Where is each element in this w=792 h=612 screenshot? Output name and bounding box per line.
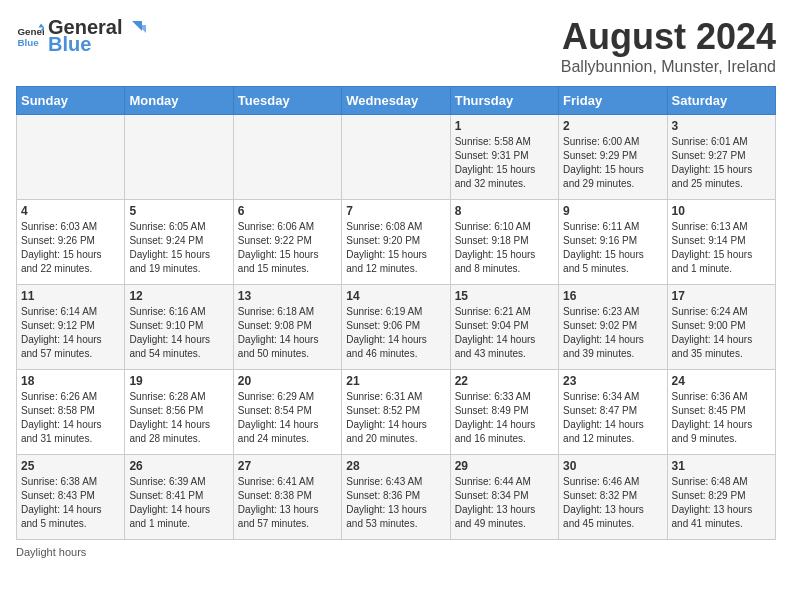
calendar-cell: 21Sunrise: 6:31 AMSunset: 8:52 PMDayligh… [342, 370, 450, 455]
calendar-cell: 5Sunrise: 6:05 AMSunset: 9:24 PMDaylight… [125, 200, 233, 285]
column-header-friday: Friday [559, 87, 667, 115]
calendar-cell: 8Sunrise: 6:10 AMSunset: 9:18 PMDaylight… [450, 200, 558, 285]
day-number: 6 [238, 204, 337, 218]
day-info: Sunrise: 6:06 AMSunset: 9:22 PMDaylight:… [238, 220, 337, 276]
calendar-cell: 12Sunrise: 6:16 AMSunset: 9:10 PMDayligh… [125, 285, 233, 370]
calendar-cell: 13Sunrise: 6:18 AMSunset: 9:08 PMDayligh… [233, 285, 341, 370]
day-number: 1 [455, 119, 554, 133]
calendar-header-row: SundayMondayTuesdayWednesdayThursdayFrid… [17, 87, 776, 115]
calendar-cell: 11Sunrise: 6:14 AMSunset: 9:12 PMDayligh… [17, 285, 125, 370]
day-info: Sunrise: 6:18 AMSunset: 9:08 PMDaylight:… [238, 305, 337, 361]
day-number: 24 [672, 374, 771, 388]
calendar-cell: 18Sunrise: 6:26 AMSunset: 8:58 PMDayligh… [17, 370, 125, 455]
day-number: 26 [129, 459, 228, 473]
calendar-cell: 1Sunrise: 5:58 AMSunset: 9:31 PMDaylight… [450, 115, 558, 200]
day-number: 9 [563, 204, 662, 218]
calendar-cell [125, 115, 233, 200]
day-number: 17 [672, 289, 771, 303]
calendar-cell: 6Sunrise: 6:06 AMSunset: 9:22 PMDaylight… [233, 200, 341, 285]
day-number: 2 [563, 119, 662, 133]
calendar-cell: 27Sunrise: 6:41 AMSunset: 8:38 PMDayligh… [233, 455, 341, 540]
day-number: 16 [563, 289, 662, 303]
day-number: 20 [238, 374, 337, 388]
column-header-tuesday: Tuesday [233, 87, 341, 115]
day-number: 7 [346, 204, 445, 218]
calendar-cell: 14Sunrise: 6:19 AMSunset: 9:06 PMDayligh… [342, 285, 450, 370]
calendar-cell [17, 115, 125, 200]
calendar-cell: 7Sunrise: 6:08 AMSunset: 9:20 PMDaylight… [342, 200, 450, 285]
day-info: Sunrise: 6:05 AMSunset: 9:24 PMDaylight:… [129, 220, 228, 276]
day-number: 23 [563, 374, 662, 388]
day-number: 21 [346, 374, 445, 388]
calendar-cell: 25Sunrise: 6:38 AMSunset: 8:43 PMDayligh… [17, 455, 125, 540]
day-number: 13 [238, 289, 337, 303]
day-info: Sunrise: 6:23 AMSunset: 9:02 PMDaylight:… [563, 305, 662, 361]
calendar-cell: 9Sunrise: 6:11 AMSunset: 9:16 PMDaylight… [559, 200, 667, 285]
day-info: Sunrise: 6:13 AMSunset: 9:14 PMDaylight:… [672, 220, 771, 276]
day-number: 12 [129, 289, 228, 303]
day-info: Sunrise: 6:01 AMSunset: 9:27 PMDaylight:… [672, 135, 771, 191]
day-info: Sunrise: 6:19 AMSunset: 9:06 PMDaylight:… [346, 305, 445, 361]
calendar-week-row: 11Sunrise: 6:14 AMSunset: 9:12 PMDayligh… [17, 285, 776, 370]
day-number: 18 [21, 374, 120, 388]
calendar-cell: 24Sunrise: 6:36 AMSunset: 8:45 PMDayligh… [667, 370, 775, 455]
column-header-saturday: Saturday [667, 87, 775, 115]
calendar-cell: 10Sunrise: 6:13 AMSunset: 9:14 PMDayligh… [667, 200, 775, 285]
day-info: Sunrise: 6:34 AMSunset: 8:47 PMDaylight:… [563, 390, 662, 446]
column-header-monday: Monday [125, 87, 233, 115]
calendar-cell: 4Sunrise: 6:03 AMSunset: 9:26 PMDaylight… [17, 200, 125, 285]
calendar-cell [342, 115, 450, 200]
day-info: Sunrise: 6:08 AMSunset: 9:20 PMDaylight:… [346, 220, 445, 276]
day-info: Sunrise: 6:46 AMSunset: 8:32 PMDaylight:… [563, 475, 662, 531]
day-info: Sunrise: 6:41 AMSunset: 8:38 PMDaylight:… [238, 475, 337, 531]
calendar-cell [233, 115, 341, 200]
calendar-cell: 20Sunrise: 6:29 AMSunset: 8:54 PMDayligh… [233, 370, 341, 455]
day-info: Sunrise: 6:43 AMSunset: 8:36 PMDaylight:… [346, 475, 445, 531]
day-info: Sunrise: 6:00 AMSunset: 9:29 PMDaylight:… [563, 135, 662, 191]
day-info: Sunrise: 5:58 AMSunset: 9:31 PMDaylight:… [455, 135, 554, 191]
day-info: Sunrise: 6:33 AMSunset: 8:49 PMDaylight:… [455, 390, 554, 446]
calendar-cell: 2Sunrise: 6:00 AMSunset: 9:29 PMDaylight… [559, 115, 667, 200]
footer-note: Daylight hours [16, 546, 776, 558]
calendar-week-row: 18Sunrise: 6:26 AMSunset: 8:58 PMDayligh… [17, 370, 776, 455]
day-info: Sunrise: 6:24 AMSunset: 9:00 PMDaylight:… [672, 305, 771, 361]
calendar-cell: 19Sunrise: 6:28 AMSunset: 8:56 PMDayligh… [125, 370, 233, 455]
page-header: General Blue General Blue August 2024 Ba… [16, 16, 776, 76]
day-number: 19 [129, 374, 228, 388]
day-info: Sunrise: 6:10 AMSunset: 9:18 PMDaylight:… [455, 220, 554, 276]
logo-arrow-icon [124, 17, 146, 39]
day-number: 5 [129, 204, 228, 218]
calendar-cell: 31Sunrise: 6:48 AMSunset: 8:29 PMDayligh… [667, 455, 775, 540]
calendar-week-row: 4Sunrise: 6:03 AMSunset: 9:26 PMDaylight… [17, 200, 776, 285]
day-info: Sunrise: 6:31 AMSunset: 8:52 PMDaylight:… [346, 390, 445, 446]
calendar-week-row: 1Sunrise: 5:58 AMSunset: 9:31 PMDaylight… [17, 115, 776, 200]
page-subtitle: Ballybunnion, Munster, Ireland [561, 58, 776, 76]
day-info: Sunrise: 6:14 AMSunset: 9:12 PMDaylight:… [21, 305, 120, 361]
day-number: 10 [672, 204, 771, 218]
day-info: Sunrise: 6:28 AMSunset: 8:56 PMDaylight:… [129, 390, 228, 446]
logo-icon: General Blue [16, 22, 44, 50]
day-info: Sunrise: 6:38 AMSunset: 8:43 PMDaylight:… [21, 475, 120, 531]
day-number: 29 [455, 459, 554, 473]
day-info: Sunrise: 6:36 AMSunset: 8:45 PMDaylight:… [672, 390, 771, 446]
day-info: Sunrise: 6:21 AMSunset: 9:04 PMDaylight:… [455, 305, 554, 361]
day-number: 15 [455, 289, 554, 303]
logo: General Blue General Blue [16, 16, 148, 56]
day-number: 30 [563, 459, 662, 473]
day-number: 27 [238, 459, 337, 473]
day-number: 3 [672, 119, 771, 133]
day-number: 14 [346, 289, 445, 303]
page-title: August 2024 [561, 16, 776, 58]
calendar-table: SundayMondayTuesdayWednesdayThursdayFrid… [16, 86, 776, 540]
day-info: Sunrise: 6:44 AMSunset: 8:34 PMDaylight:… [455, 475, 554, 531]
calendar-week-row: 25Sunrise: 6:38 AMSunset: 8:43 PMDayligh… [17, 455, 776, 540]
day-info: Sunrise: 6:29 AMSunset: 8:54 PMDaylight:… [238, 390, 337, 446]
day-number: 28 [346, 459, 445, 473]
calendar-cell: 16Sunrise: 6:23 AMSunset: 9:02 PMDayligh… [559, 285, 667, 370]
calendar-cell: 3Sunrise: 6:01 AMSunset: 9:27 PMDaylight… [667, 115, 775, 200]
calendar-cell: 17Sunrise: 6:24 AMSunset: 9:00 PMDayligh… [667, 285, 775, 370]
logo-wordmark: General Blue [48, 16, 148, 56]
svg-text:Blue: Blue [17, 37, 39, 48]
day-number: 31 [672, 459, 771, 473]
day-info: Sunrise: 6:03 AMSunset: 9:26 PMDaylight:… [21, 220, 120, 276]
